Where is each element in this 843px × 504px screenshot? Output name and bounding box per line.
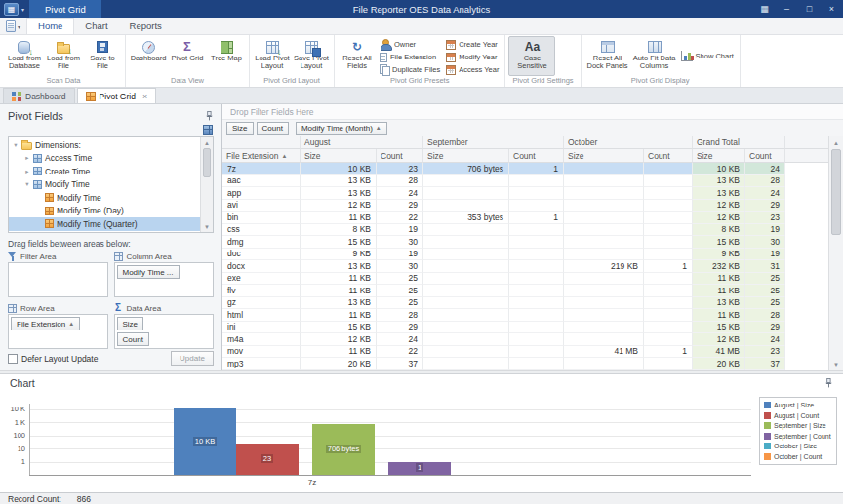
expander-icon[interactable]: ▾ <box>22 180 32 188</box>
cell-docx-grandtotal-size[interactable]: 232 KB <box>693 260 745 273</box>
row-header-dmg[interactable]: dmg <box>222 236 301 249</box>
cell-doc-august-size[interactable]: 9 KB <box>301 249 377 261</box>
cell-app-grandtotal-count[interactable]: 24 <box>745 187 785 200</box>
case-sensitive-toggle[interactable]: Aa Case Sensitive <box>508 36 555 76</box>
pin-icon[interactable] <box>205 111 214 121</box>
cell-exe-august-count[interactable]: 25 <box>377 273 423 286</box>
row-header-ini[interactable]: ini <box>222 322 301 334</box>
row-header-bin[interactable]: bin <box>222 212 301 224</box>
legend-item[interactable]: October | Count <box>764 452 832 461</box>
cell-docx-october-size[interactable]: 219 KB <box>564 260 644 273</box>
column-group-august[interactable]: August <box>301 136 423 149</box>
legend-item[interactable]: August | Count <box>764 411 832 420</box>
cell-mov-september-size[interactable] <box>423 346 509 359</box>
column-area-box[interactable]: Modify Time ... <box>114 262 215 297</box>
row-header-html[interactable]: html <box>222 309 301 322</box>
bar-september-size[interactable]: 706 bytes <box>312 424 375 475</box>
cell-html-august-size[interactable]: 11 KB <box>301 309 377 322</box>
cell-ini-october-size[interactable] <box>564 322 644 334</box>
cell-mov-grandtotal-size[interactable]: 41 MB <box>693 346 745 359</box>
cell-ini-september-size[interactable] <box>423 322 509 334</box>
row-header-app[interactable]: app <box>222 187 301 200</box>
cell-docx-august-count[interactable]: 30 <box>377 260 423 273</box>
cell-css-grandtotal-size[interactable]: 8 KB <box>693 224 745 237</box>
column-group-october[interactable]: October <box>564 136 693 149</box>
tab-dashboard[interactable]: Dashboard <box>3 88 75 103</box>
close-tab-icon[interactable]: × <box>142 92 147 101</box>
cell-doc-grandtotal-count[interactable]: 19 <box>745 249 785 261</box>
cell-bin-august-size[interactable]: 11 KB <box>301 212 377 224</box>
column-group-september[interactable]: September <box>423 136 564 149</box>
row-header-aac[interactable]: aac <box>222 175 301 188</box>
cell-7z-grandtotal-count[interactable]: 24 <box>745 163 785 175</box>
save-pivot-layout-button[interactable]: Save Pivot Layout <box>292 36 331 76</box>
quick-access-caret-icon[interactable]: ▾ <box>21 6 24 13</box>
owner-preset-button[interactable]: Owner <box>377 38 443 51</box>
chip-file-extension[interactable]: File Extension ▲ <box>11 317 80 330</box>
create-year-preset-button[interactable]: Create Year <box>443 38 502 51</box>
cell-dmg-grandtotal-size[interactable]: 15 KB <box>693 236 745 249</box>
chip-size[interactable]: Size <box>117 317 144 330</box>
cell-7z-september-count[interactable]: 1 <box>509 163 564 175</box>
cell-mp3-august-size[interactable]: 20 KB <box>301 358 377 370</box>
cell-m4a-grandtotal-size[interactable]: 12 KB <box>693 333 745 346</box>
cell-m4a-september-count[interactable] <box>509 333 564 346</box>
subheader-grandtotal-count[interactable]: Count <box>745 149 785 163</box>
load-pivot-layout-button[interactable]: Load Pivot Layout <box>253 36 292 76</box>
cell-dmg-september-count[interactable] <box>509 236 564 249</box>
legend-item[interactable]: October | Size <box>764 442 832 450</box>
filter-drop-zone[interactable]: Drop Filter Fields Here <box>222 104 843 120</box>
cell-css-september-size[interactable] <box>423 224 509 237</box>
cell-app-grandtotal-size[interactable]: 13 KB <box>693 187 745 200</box>
cell-7z-grandtotal-size[interactable]: 10 KB <box>693 163 745 175</box>
cell-mp3-september-size[interactable] <box>423 358 509 370</box>
scroll-down-icon[interactable]: ▼ <box>829 358 843 370</box>
row-header-7z[interactable]: 7z <box>222 163 301 175</box>
row-header-mov[interactable]: mov <box>222 346 301 359</box>
cell-gz-august-count[interactable]: 25 <box>377 297 423 310</box>
cell-html-grandtotal-size[interactable]: 11 KB <box>693 309 745 322</box>
cell-m4a-october-count[interactable] <box>644 333 693 346</box>
cell-app-september-count[interactable] <box>509 187 564 200</box>
cell-mov-grandtotal-count[interactable]: 23 <box>745 346 785 359</box>
cell-dmg-grandtotal-count[interactable]: 30 <box>745 236 785 249</box>
row-header-css[interactable]: css <box>222 224 301 237</box>
tree-item-dimensions[interactable]: ▾Dimensions: <box>9 138 200 152</box>
cell-ini-grandtotal-size[interactable]: 15 KB <box>693 322 745 334</box>
cell-avi-october-size[interactable] <box>564 200 644 213</box>
titlebar-pivot-grid-tab[interactable]: Pivot Grid <box>29 0 101 18</box>
scroll-up-icon[interactable]: ▲ <box>829 136 843 149</box>
cell-doc-august-count[interactable]: 19 <box>377 249 423 261</box>
cell-7z-august-size[interactable]: 10 KB <box>301 163 377 175</box>
legend-item[interactable]: September | Size <box>764 421 832 430</box>
cell-aac-august-count[interactable]: 28 <box>377 175 423 188</box>
cell-flv-october-size[interactable] <box>564 285 644 297</box>
cell-aac-grandtotal-size[interactable]: 13 KB <box>693 175 745 188</box>
cell-gz-grandtotal-size[interactable]: 13 KB <box>693 297 745 310</box>
cell-aac-september-count[interactable] <box>509 175 564 188</box>
scroll-up-icon[interactable]: ▲ <box>201 137 213 148</box>
cell-doc-grandtotal-size[interactable]: 9 KB <box>693 249 745 261</box>
cell-exe-october-count[interactable] <box>644 273 693 286</box>
tree-item-modify-time-quarter[interactable]: Modify Time (Quarter) <box>9 217 200 231</box>
cell-css-august-size[interactable]: 8 KB <box>301 224 377 237</box>
cell-flv-august-size[interactable]: 11 KB <box>301 285 377 297</box>
cell-exe-grandtotal-size[interactable]: 11 KB <box>693 273 745 286</box>
cell-m4a-august-count[interactable]: 24 <box>377 333 423 346</box>
cell-mov-august-size[interactable]: 11 KB <box>301 346 377 359</box>
bar-september-count[interactable]: 1 <box>388 462 451 476</box>
cell-ini-august-size[interactable]: 15 KB <box>301 322 377 334</box>
pivot-grid-button[interactable]: Σ Pivot Grid <box>168 36 207 76</box>
cell-docx-grandtotal-count[interactable]: 31 <box>745 260 785 273</box>
cell-doc-october-count[interactable] <box>644 249 693 261</box>
cell-bin-grandtotal-size[interactable]: 12 KB <box>693 212 745 224</box>
tab-home[interactable]: Home <box>26 18 74 34</box>
cell-flv-august-count[interactable]: 25 <box>377 285 423 297</box>
dashboard-button[interactable]: Dashboard <box>129 36 168 76</box>
expander-icon[interactable]: ▸ <box>22 168 32 175</box>
legend-item[interactable]: September | Count <box>764 432 832 441</box>
data-area-box[interactable]: Size Count <box>114 314 215 349</box>
tree-item-modify-time-day[interactable]: Modify Time (Day) <box>9 205 200 218</box>
cell-bin-october-count[interactable] <box>644 212 693 224</box>
tab-pivot-grid[interactable]: Pivot Grid × <box>77 88 157 103</box>
